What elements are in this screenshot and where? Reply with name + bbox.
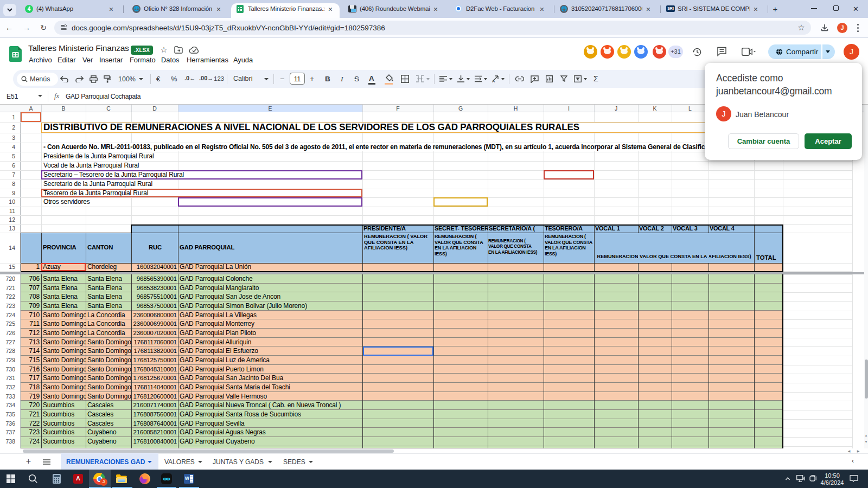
svg-text:A: A [492,79,495,82]
